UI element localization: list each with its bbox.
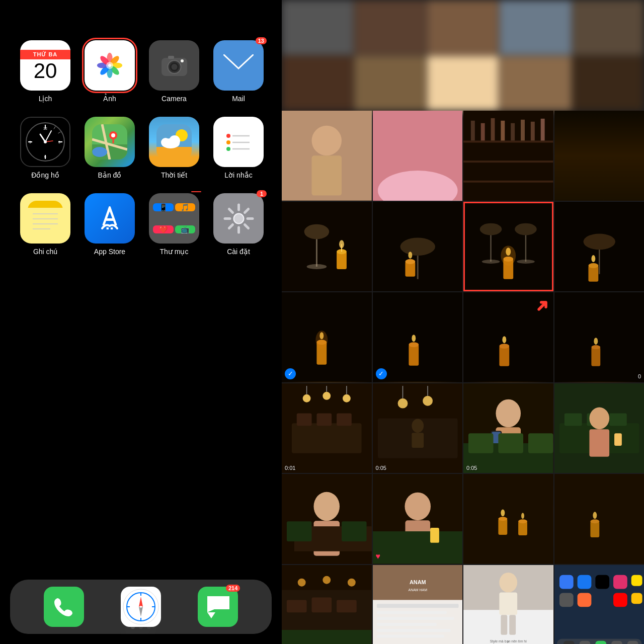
svg-rect-184 [589,429,609,457]
svg-rect-185 [614,433,622,446]
svg-point-183 [589,407,609,429]
dock-phone[interactable] [44,587,84,627]
photo-cell-video[interactable]: 0:01 [282,383,372,473]
photo-cell[interactable]: ♥ [373,474,463,564]
app-label-maps: Bản đồ [98,171,122,179]
svg-point-155 [303,394,311,402]
app-settings[interactable]: 1 Cài đặt [213,193,264,256]
photo-cell-selected[interactable] [463,202,553,292]
photo-cell[interactable] [282,565,372,645]
svg-text:3: 3 [58,140,60,144]
svg-rect-244 [631,593,642,604]
svg-text:ANAM: ANAM [409,579,426,585]
svg-point-51 [226,134,230,138]
photo-cell[interactable]: ✓ [373,292,463,382]
svg-point-215 [348,578,356,586]
photo-cell[interactable] [373,111,463,201]
svg-point-115 [408,252,412,259]
svg-rect-250 [627,640,638,644]
photo-cell[interactable] [554,474,645,564]
photo-cell[interactable] [554,111,645,201]
svg-point-126 [501,246,516,266]
svg-rect-44 [156,147,192,159]
photo-cell-screenshot[interactable]: Style mà bạn nên tìm hi Business Smart C… [463,565,553,645]
heart-badge: ♥ [376,552,381,561]
app-photos[interactable]: Ảnh [85,40,135,103]
svg-point-55 [226,147,230,151]
svg-point-207 [593,512,597,519]
svg-rect-143 [499,346,509,366]
svg-rect-210 [287,600,307,612]
app-appstore[interactable]: A̤ App Store [85,193,135,256]
app-label-clock: Đồng hồ [31,171,59,179]
svg-rect-201 [518,521,527,535]
svg-rect-99 [521,120,525,141]
svg-point-131 [588,263,598,268]
photo-cell[interactable] [282,111,372,201]
app-reminders[interactable]: Lời nhắc [213,117,264,179]
svg-rect-138 [373,292,463,382]
photo-cell[interactable]: ➜ [463,292,553,382]
svg-point-214 [323,576,331,584]
svg-rect-90 [463,111,553,201]
photos-top-blurred [282,0,644,111]
photo-cell[interactable] [282,474,372,564]
svg-rect-102 [282,202,372,292]
svg-point-86 [312,126,342,156]
svg-point-167 [412,419,424,433]
svg-rect-139 [409,345,419,366]
svg-point-10 [106,62,113,69]
photo-cell[interactable]: 0 [554,292,645,382]
svg-rect-95 [481,123,485,141]
svg-point-144 [499,344,509,349]
photo-cell[interactable] [282,202,372,292]
photo-cell[interactable] [373,202,463,292]
dock-safari[interactable] [121,587,161,627]
svg-rect-223 [376,617,454,620]
photo-cell[interactable]: ✓ [282,292,372,382]
svg-rect-93 [463,181,553,183]
photo-cell-video[interactable]: 0:05 [463,383,553,473]
photo-cell-homescreen[interactable] [554,565,645,645]
photo-cell[interactable] [554,202,645,292]
svg-point-213 [298,578,306,586]
svg-rect-249 [611,640,622,644]
dock-messages[interactable]: 214 [198,587,238,627]
app-mail[interactable]: 13 Mail [213,40,264,103]
app-label-photos: Ảnh [103,95,116,103]
svg-rect-230 [499,592,517,615]
svg-rect-92 [463,160,553,163]
svg-rect-231 [501,615,507,635]
app-weather[interactable]: Thời tiết [149,117,199,179]
svg-rect-91 [463,141,553,143]
svg-rect-211 [312,597,332,612]
photo-cell[interactable] [463,474,553,564]
svg-rect-243 [613,593,627,607]
app-calendar[interactable]: THỨ BA 20 Lịch [20,40,70,103]
app-folder[interactable]: 📱 🎵 ❤️ 📺 Thư mục [149,193,199,256]
app-clock[interactable]: 12 3 6 9 Đồng hồ [20,117,70,179]
svg-rect-175 [468,433,494,453]
app-label-settings: Cài đặt [227,248,250,256]
svg-rect-248 [595,640,606,644]
svg-rect-225 [376,628,450,631]
photo-cell[interactable] [463,111,553,201]
photo-cell[interactable] [554,383,645,473]
photo-cell-screenshot[interactable]: ANAM ANAM HAM [373,565,463,645]
app-maps[interactable]: Bản đồ [85,117,135,179]
svg-rect-241 [559,593,573,607]
app-camera[interactable]: Camera [149,40,199,103]
svg-point-40 [111,133,115,137]
settings-badge: 1 [257,190,267,197]
app-notes[interactable]: Ghi chú [20,193,70,256]
svg-rect-97 [501,121,505,141]
svg-rect-146 [554,292,645,382]
svg-rect-197 [463,474,553,564]
svg-rect-59 [28,201,63,208]
svg-point-16 [181,59,184,62]
photo-cell-video[interactable]: 0:05 [373,383,463,473]
svg-point-140 [409,342,419,347]
svg-point-202 [518,519,527,523]
svg-rect-106 [337,252,347,269]
svg-rect-221 [376,604,458,608]
